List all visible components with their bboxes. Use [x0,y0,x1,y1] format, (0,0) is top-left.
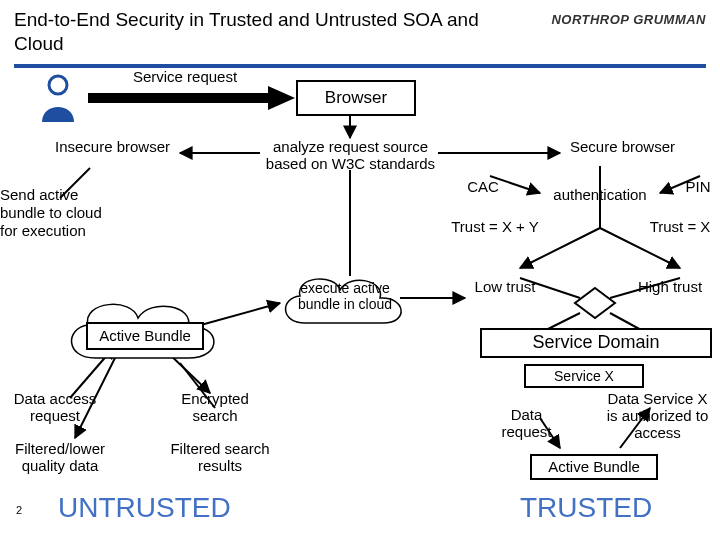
browser-box: Browser [296,80,416,116]
analyze-label: analyze request source based on W3C stan… [258,138,443,173]
send-active-label: Send active bundle to cloud for executio… [0,186,120,240]
active-bundle-box-2: Active Bundle [530,454,658,480]
trust-x-label: Trust = X [640,218,720,235]
high-trust-label: High trust [625,278,715,295]
page-title: End-to-End Security in Trusted and Untru… [14,8,514,56]
service-request-label: Service request [100,68,270,85]
insecure-browser-label: Insecure browser [45,138,180,155]
service-x-box: Service X [524,364,644,388]
data-request-label: Data request [484,406,569,441]
low-trust-label: Low trust [460,278,550,295]
trust-xy-label: Trust = X + Y [435,218,555,235]
active-bundle-box: Active Bundle [86,322,204,350]
data-access-request-label: Data access request [0,390,110,425]
pin-label: PIN [678,178,718,195]
service-domain-box: Service Domain [480,328,712,358]
user-icon [38,74,78,124]
slide-number: 2 [16,504,22,516]
diagram-canvas: Service request Browser Insecure browser… [0,68,720,538]
trusted-label: TRUSTED [520,492,652,524]
execute-label: execute active bundle in cloud [290,280,400,312]
svg-point-25 [49,76,67,94]
encrypted-search-label: Encrypted search [160,390,270,425]
filtered-results-label: Filtered search results [150,440,290,475]
filtered-lower-label: Filtered/lower quality data [0,440,120,475]
svg-marker-1 [268,86,295,110]
authentication-label: authentication [540,186,660,203]
data-service-auth-label: Data Service X is authorized to access [600,390,715,442]
cac-label: CAC [458,178,508,195]
logo: NORTHROP GRUMMAN [551,8,706,27]
untrusted-label: UNTRUSTED [58,492,231,524]
svg-marker-10 [575,288,615,318]
secure-browser-label: Secure browser [555,138,690,155]
